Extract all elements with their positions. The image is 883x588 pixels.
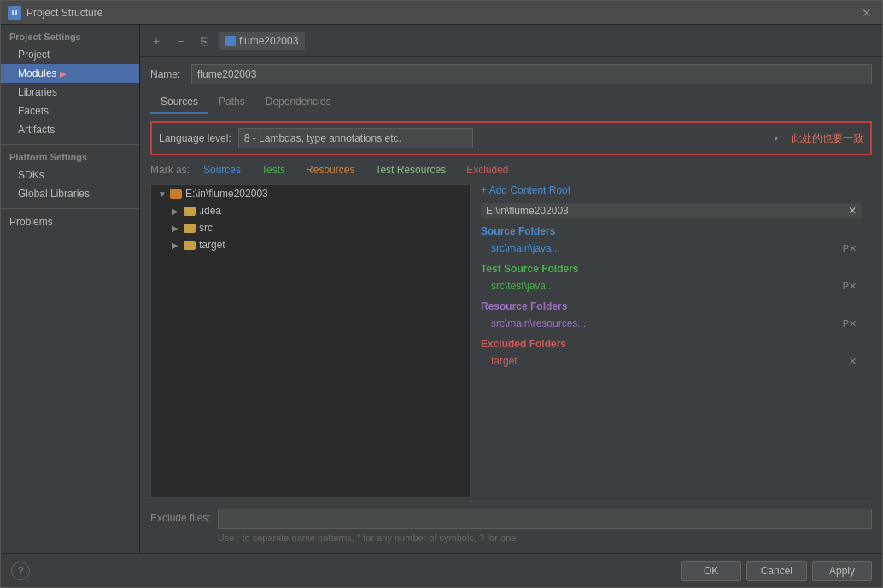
- language-level-select[interactable]: 3 - Enumerations, autoboxing, etc. 5 - E…: [238, 128, 473, 148]
- add-content-root-button[interactable]: + Add Content Root: [481, 184, 862, 196]
- module-name: flume202003: [239, 35, 298, 47]
- close-icon[interactable]: ✕: [858, 6, 875, 20]
- modules-arrow: ▶: [60, 69, 67, 79]
- resource-folder-remove-icon[interactable]: P✕: [843, 318, 857, 329]
- source-folder-entry: src\main\java... P✕: [481, 241, 862, 256]
- language-level-label: Language level:: [159, 132, 231, 144]
- tree-root-folder-icon: [170, 189, 182, 199]
- exclude-files-hint: Use ; to separate name patterns, * for a…: [218, 533, 872, 543]
- tree-root[interactable]: ▼ E:\in\flume202003: [151, 185, 470, 202]
- tree-target-arrow: ▶: [172, 241, 180, 250]
- add-content-root-label: + Add Content Root: [481, 184, 570, 196]
- excluded-folder-entry: target ✕: [481, 353, 862, 369]
- mark-as-tests-button[interactable]: Tests: [254, 162, 292, 178]
- dialog-icon: U: [8, 6, 21, 20]
- content-root-path: E:\in\flume202003 ✕: [481, 203, 862, 218]
- mark-as-test-resources-button[interactable]: Test Resources: [368, 162, 453, 178]
- excluded-folder-remove-icon[interactable]: ✕: [849, 356, 857, 367]
- excluded-folder-path: target: [491, 355, 849, 367]
- resource-folder-path: src\main\resources...: [491, 317, 843, 329]
- tree-root-arrow: ▼: [158, 189, 167, 199]
- content-root-close-icon[interactable]: ✕: [848, 205, 857, 217]
- language-level-select-wrapper: 3 - Enumerations, autoboxing, etc. 5 - E…: [238, 128, 785, 148]
- tree-src-folder-icon: [184, 224, 196, 233]
- tree-item-idea[interactable]: ▶ .idea: [151, 202, 470, 219]
- tree-src-label: src: [199, 222, 213, 234]
- action-buttons: OK Cancel Apply: [681, 561, 872, 581]
- excluded-folders-title: Excluded Folders: [481, 338, 862, 350]
- tab-paths[interactable]: Paths: [208, 91, 255, 114]
- exclude-files-input[interactable]: [218, 509, 872, 529]
- sidebar-item-facets[interactable]: Facets: [1, 102, 139, 120]
- title-bar: U Project Structure ✕: [1, 1, 882, 25]
- modules-toolbar: + − ⎘ flume202003: [140, 25, 882, 57]
- test-folders-title: Test Source Folders: [481, 263, 862, 275]
- tree-root-label: E:\in\flume202003: [185, 188, 268, 200]
- tab-dependencies[interactable]: Dependencies: [255, 91, 342, 114]
- test-folder-path: src\test\java...: [491, 280, 843, 292]
- tree-item-src[interactable]: ▶ src: [151, 219, 470, 236]
- module-name-input[interactable]: [191, 64, 872, 84]
- copy-module-button[interactable]: ⎘: [195, 32, 213, 50]
- sidebar-item-problems[interactable]: Problems: [1, 209, 139, 231]
- ok-button[interactable]: OK: [681, 561, 741, 581]
- sidebar-item-project[interactable]: Project: [1, 45, 139, 64]
- name-label: Name:: [150, 68, 184, 80]
- annotation-text: 此处的也要一致: [792, 131, 863, 146]
- language-level-row: Language level: 3 - Enumerations, autobo…: [150, 121, 872, 155]
- tab-sources[interactable]: Sources: [150, 91, 208, 114]
- source-folder-remove-icon[interactable]: P✕: [843, 243, 857, 254]
- test-folder-remove-icon[interactable]: P✕: [843, 281, 857, 292]
- project-structure-dialog: U Project Structure ✕ Project Settings P…: [0, 0, 883, 588]
- test-folder-actions: P✕: [843, 281, 857, 292]
- source-folder-path: src\main\java...: [491, 242, 843, 254]
- sidebar-item-libraries[interactable]: Libraries: [1, 83, 139, 102]
- exclude-right: Use ; to separate name patterns, * for a…: [218, 509, 872, 543]
- tree-src-arrow: ▶: [172, 224, 180, 233]
- exclude-files-label: Exclude files:: [150, 509, 211, 524]
- main-panel: + − ⎘ flume202003 Name: Sources: [140, 25, 882, 553]
- add-module-button[interactable]: +: [147, 32, 166, 50]
- project-settings-label: Project Settings: [1, 25, 139, 45]
- apply-button[interactable]: Apply: [812, 561, 872, 581]
- resource-folders-title: Resource Folders: [481, 300, 862, 312]
- mark-as-label: Mark as:: [150, 164, 190, 176]
- sidebar-item-artifacts[interactable]: Artifacts: [1, 120, 139, 139]
- sidebar: Project Settings Project Modules ▶ Libra…: [1, 25, 140, 553]
- dialog-content: Project Settings Project Modules ▶ Libra…: [1, 25, 882, 553]
- content-root-path-text: E:\in\flume202003: [486, 205, 569, 217]
- source-folder-actions: P✕: [843, 243, 857, 254]
- cancel-button[interactable]: Cancel: [746, 561, 807, 581]
- exclude-files-row: Exclude files: Use ; to separate name pa…: [150, 501, 872, 546]
- module-list-item[interactable]: flume202003: [219, 32, 305, 50]
- file-tree: ▼ E:\in\flume202003 ▶ .idea ▶ src: [150, 184, 471, 498]
- platform-settings-label: Platform Settings: [1, 145, 139, 166]
- excluded-folder-actions: ✕: [849, 356, 857, 367]
- split-panel: ▼ E:\in\flume202003 ▶ .idea ▶ src: [150, 184, 872, 498]
- module-icon: [225, 36, 236, 46]
- sidebar-item-sdks[interactable]: SDKs: [1, 166, 139, 184]
- sidebar-item-modules[interactable]: Modules ▶: [1, 64, 139, 83]
- tree-item-target[interactable]: ▶ target: [151, 236, 470, 253]
- remove-module-button[interactable]: −: [171, 32, 190, 50]
- resource-folder-actions: P✕: [843, 318, 857, 329]
- tree-idea-folder-icon: [184, 207, 196, 216]
- mark-as-resources-button[interactable]: Resources: [299, 162, 361, 178]
- tab-bar: Sources Paths Dependencies: [150, 91, 872, 114]
- tree-idea-arrow: ▶: [172, 207, 180, 216]
- mark-as-row: Mark as: Sources Tests Resources Test Re…: [150, 162, 872, 178]
- tree-target-label: target: [199, 239, 225, 251]
- dialog-title: Project Structure: [26, 7, 853, 19]
- bottom-bar: ? OK Cancel Apply: [1, 553, 882, 587]
- sidebar-item-global-libraries[interactable]: Global Libraries: [1, 184, 139, 203]
- test-folder-entry: src\test\java... P✕: [481, 278, 862, 294]
- name-row: Name:: [150, 64, 872, 84]
- mark-as-sources-button[interactable]: Sources: [196, 162, 248, 178]
- info-panel: + Add Content Root E:\in\flume202003 ✕ S…: [471, 184, 872, 498]
- help-button[interactable]: ?: [11, 562, 30, 580]
- tree-idea-label: .idea: [199, 205, 221, 217]
- tree-target-folder-icon: [184, 241, 196, 250]
- resource-folder-entry: src\main\resources... P✕: [481, 316, 862, 331]
- mark-as-excluded-button[interactable]: Excluded: [459, 162, 515, 178]
- source-folders-title: Source Folders: [481, 225, 862, 237]
